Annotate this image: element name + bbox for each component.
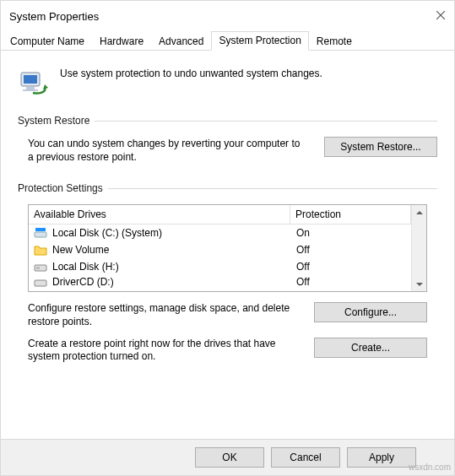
drives-list-header: Available Drives Protection (29, 205, 411, 224)
svg-rect-1 (24, 75, 37, 84)
svg-rect-2 (26, 87, 35, 89)
tab-remote[interactable]: Remote (309, 32, 360, 51)
svg-rect-10 (35, 280, 46, 286)
restore-description: You can undo system changes by reverting… (18, 137, 307, 164)
window-title: System Properties (9, 10, 99, 23)
tab-advanced[interactable]: Advanced (151, 32, 211, 51)
restore-row: You can undo system changes by reverting… (18, 137, 437, 164)
svg-rect-5 (35, 232, 46, 237)
tab-hardware[interactable]: Hardware (92, 32, 151, 51)
heading-protection-settings: Protection Settings (18, 182, 437, 194)
col-header-protection[interactable]: Protection (290, 205, 411, 224)
banner: Use system protection to undo unwanted s… (18, 59, 437, 110)
scroll-up-icon[interactable] (412, 205, 426, 219)
panel-system-protection: Use system protection to undo unwanted s… (1, 51, 454, 367)
banner-text: Use system protection to undo unwanted s… (60, 68, 322, 79)
svg-rect-7 (41, 228, 46, 231)
win-drive-icon (34, 226, 47, 240)
svg-rect-9 (36, 267, 40, 269)
system-protection-icon (18, 68, 48, 98)
removable-drive-icon (34, 275, 47, 289)
configure-button[interactable]: Configure... (314, 302, 427, 322)
cancel-button[interactable]: Cancel (271, 447, 340, 468)
configure-description: Configure restore settings, manage disk … (28, 302, 297, 328)
system-restore-button[interactable]: System Restore... (324, 137, 437, 157)
dialog-buttons: OK Cancel Apply (1, 439, 454, 475)
list-item[interactable]: Local Disk (H:) Off (29, 258, 411, 275)
scroll-down-icon[interactable] (412, 277, 426, 291)
tab-system-protection[interactable]: System Protection (211, 31, 308, 51)
svg-rect-3 (23, 89, 38, 91)
configure-row: Configure restore settings, manage disk … (18, 297, 437, 332)
system-properties-window: System Properties Computer Name Hardware… (0, 0, 455, 476)
drives-list[interactable]: Available Drives Protection Local Disk (… (28, 204, 427, 292)
close-icon[interactable] (436, 10, 447, 22)
tabstrip: Computer Name Hardware Advanced System P… (1, 31, 454, 51)
titlebar: System Properties (1, 1, 454, 31)
scrollbar[interactable] (411, 205, 426, 291)
svg-rect-6 (35, 228, 41, 231)
create-button[interactable]: Create... (314, 338, 427, 358)
heading-system-restore: System Restore (18, 115, 437, 127)
drives-list-body: Available Drives Protection Local Disk (… (29, 205, 411, 291)
list-item[interactable]: New Volume Off (29, 241, 411, 258)
list-item[interactable]: DriverCD (D:) Off (29, 275, 411, 289)
tab-computer-name[interactable]: Computer Name (3, 32, 92, 51)
col-header-drives[interactable]: Available Drives (29, 205, 290, 224)
removable-drive-icon (34, 260, 47, 273)
list-item[interactable]: Local Disk (C:) (System) On (29, 224, 411, 241)
folder-icon (34, 243, 47, 257)
create-row: Create a restore point right now for the… (18, 333, 437, 367)
apply-button[interactable]: Apply (347, 447, 416, 468)
ok-button[interactable]: OK (195, 447, 264, 468)
create-description: Create a restore point right now for the… (28, 338, 297, 364)
